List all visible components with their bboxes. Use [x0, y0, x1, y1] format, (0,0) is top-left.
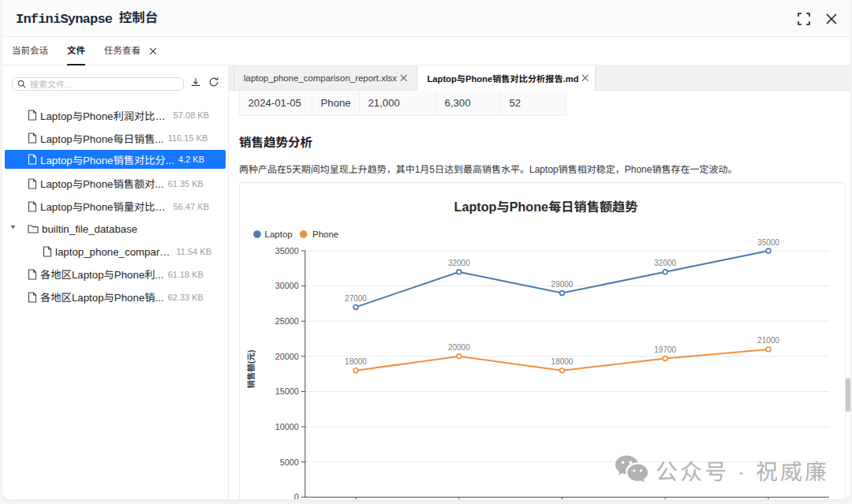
- svg-text:35000: 35000: [275, 246, 299, 256]
- svg-text:20000: 20000: [275, 352, 299, 361]
- svg-text:20000: 20000: [448, 343, 470, 352]
- svg-text:0: 0: [294, 492, 299, 499]
- svg-text:19700: 19700: [654, 345, 676, 354]
- svg-text:25000: 25000: [275, 316, 299, 326]
- svg-text:29000: 29000: [551, 280, 574, 289]
- svg-text:21000: 21000: [757, 336, 779, 345]
- svg-text:27000: 27000: [345, 294, 367, 303]
- svg-text:18000: 18000: [551, 357, 574, 366]
- svg-text:Laptop: Laptop: [265, 230, 293, 239]
- svg-text:5000: 5000: [280, 457, 299, 467]
- svg-text:30000: 30000: [275, 281, 299, 290]
- svg-text:销售额(元): 销售额(元): [246, 350, 256, 389]
- svg-text:35000: 35000: [757, 238, 779, 247]
- svg-text:32000: 32000: [654, 259, 676, 267]
- svg-text:10000: 10000: [275, 422, 299, 431]
- svg-text:32000: 32000: [448, 259, 470, 267]
- svg-text:Phone: Phone: [312, 230, 338, 239]
- svg-text:15000: 15000: [275, 386, 299, 396]
- svg-text:18000: 18000: [345, 357, 367, 366]
- svg-text:Laptop与Phone每日销售额趋势: Laptop与Phone每日销售额趋势: [454, 200, 638, 214]
